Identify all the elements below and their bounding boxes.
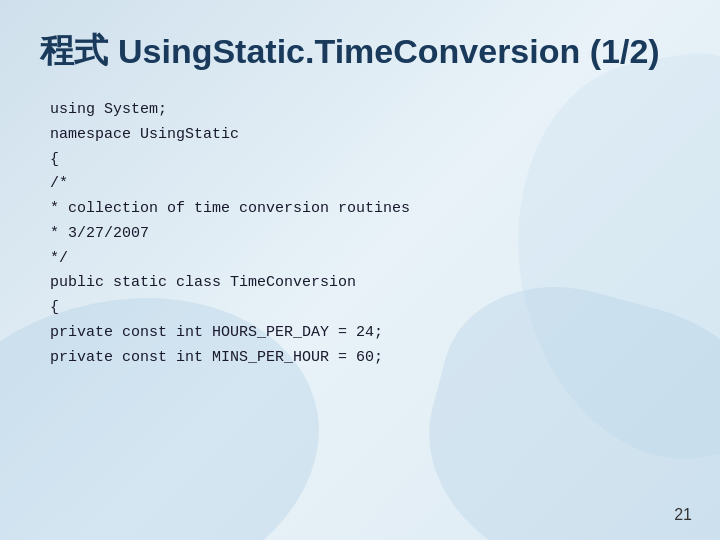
code-line-5: * collection of time conversion routines — [50, 197, 680, 222]
code-line-2: namespace UsingStatic — [50, 123, 680, 148]
code-line-11: private const int MINS_PER_HOUR = 60; — [50, 346, 680, 371]
title-english: UsingStatic.TimeConversion (1/2) — [118, 32, 660, 71]
title-chinese: 程式 — [40, 28, 108, 74]
code-block: using System; namespace UsingStatic { /*… — [40, 98, 680, 370]
code-line-1: using System; — [50, 98, 680, 123]
title-row: 程式 UsingStatic.TimeConversion (1/2) — [40, 28, 680, 74]
code-line-7: */ — [50, 247, 680, 272]
slide-background: 程式 UsingStatic.TimeConversion (1/2) usin… — [0, 0, 720, 540]
code-line-8: public static class TimeConversion — [50, 271, 680, 296]
code-line-3: { — [50, 148, 680, 173]
page-number: 21 — [674, 506, 692, 524]
code-line-6: * 3/27/2007 — [50, 222, 680, 247]
slide-content: 程式 UsingStatic.TimeConversion (1/2) usin… — [0, 0, 720, 390]
code-line-9: { — [50, 296, 680, 321]
code-line-10: private const int HOURS_PER_DAY = 24; — [50, 321, 680, 346]
code-line-4: /* — [50, 172, 680, 197]
